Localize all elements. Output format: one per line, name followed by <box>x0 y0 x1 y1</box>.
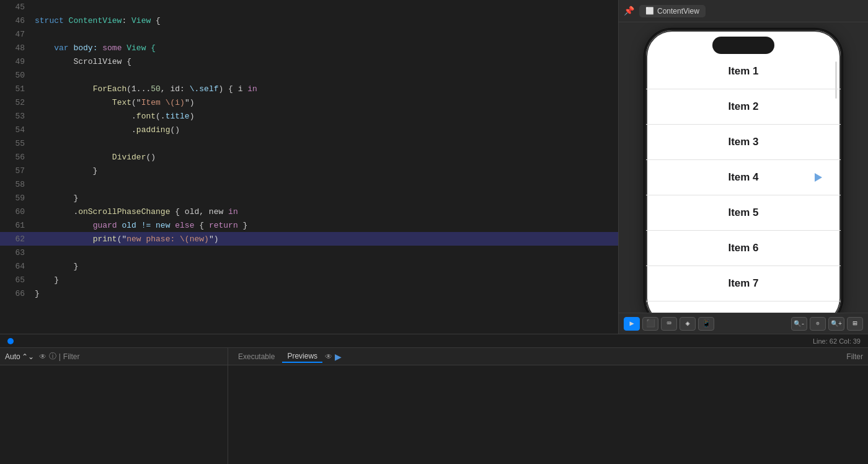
line-number: 64 <box>5 262 25 271</box>
code-line: 49 ScrollView { <box>0 55 618 68</box>
filter-section-right: Filter <box>846 352 863 361</box>
line-content: Divider() <box>35 153 156 162</box>
previews-tab[interactable]: Previews <box>282 350 322 363</box>
phone-content: Item 1Item 2Item 3Item 4Item 5Item 6Item… <box>646 54 841 313</box>
line-number: 62 <box>5 234 25 244</box>
device-button[interactable]: 📱 <box>698 317 714 331</box>
code-line: 61 guard old != new else { return } <box>0 218 618 232</box>
line-content: ScrollView { <box>35 57 131 66</box>
info-icon[interactable]: ⓘ <box>49 351 56 362</box>
preview-toolbar-left: ▶ ⬛ ⌨ ◈ 📱 <box>624 317 714 331</box>
eye-icon[interactable]: 👁 <box>39 352 46 361</box>
content-view-label: ContentView <box>657 7 699 16</box>
auto-selector[interactable]: Auto ⌃⌄ <box>5 352 34 361</box>
eye-icon-right[interactable]: 👁 <box>325 352 332 361</box>
code-line: 55 <box>0 136 618 150</box>
list-item: Item 4 <box>646 160 841 195</box>
code-line: 62 print("new phase: \(new)") <box>0 232 618 246</box>
line-content: struct ContentView: View { <box>35 16 161 25</box>
code-content: 4546struct ContentView: View {4748 var b… <box>0 0 618 334</box>
tab-section-right: Executable Previews 👁 ▶ <box>233 350 342 363</box>
code-lines: 4546struct ContentView: View {4748 var b… <box>0 0 618 300</box>
line-number: 61 <box>5 221 25 230</box>
line-number: 55 <box>5 139 25 148</box>
keyboard-button[interactable]: ⌨ <box>661 317 677 331</box>
list-item: Item 7 <box>646 266 841 301</box>
preview-panel: 📌 ⬜ ContentView Item 1Item 2Item 3Item 4… <box>619 0 868 334</box>
preview-toolbar-right: 🔍- ⊙ 🔍+ ⊞ <box>791 317 863 331</box>
line-number: 57 <box>5 166 25 176</box>
line-number: 54 <box>5 125 25 135</box>
line-number: 63 <box>5 248 25 257</box>
zoom-in-button[interactable]: 🔍+ <box>828 317 844 331</box>
line-number: 49 <box>5 57 25 66</box>
status-dot <box>7 338 14 344</box>
code-line: 59 } <box>0 191 618 205</box>
run-icon[interactable]: ▶ <box>335 352 342 362</box>
line-number: 48 <box>5 43 25 53</box>
inspect-button[interactable]: ◈ <box>680 317 696 331</box>
bottom-left-panel: Auto ⌃⌄ 👁 ⓘ | Filter <box>0 348 228 464</box>
main-area: 4546struct ContentView: View {4748 var b… <box>0 0 868 334</box>
code-line: 66} <box>0 287 618 300</box>
list-item-label: Item 7 <box>728 277 758 290</box>
list-item-label: Item 6 <box>728 242 758 254</box>
line-content: } <box>35 289 40 298</box>
line-number: 45 <box>5 2 25 12</box>
list-item: Item 1 <box>646 54 841 89</box>
filter-text-left: Filter <box>63 352 80 361</box>
code-line: 58 <box>0 177 618 191</box>
code-line: 53 .font(.title) <box>0 109 618 123</box>
phone-mockup: Item 1Item 2Item 3Item 4Item 5Item 6Item… <box>644 29 843 313</box>
status-left <box>7 338 14 344</box>
line-number: 53 <box>5 112 25 121</box>
code-line: 45 <box>0 0 618 14</box>
line-content: } <box>35 166 97 176</box>
zoom-fit-button[interactable]: ⊞ <box>847 317 863 331</box>
line-content: } <box>35 194 78 203</box>
line-number: 46 <box>5 16 25 25</box>
play-button[interactable]: ▶ <box>624 317 640 331</box>
preview-toolbar: 📌 ⬜ ContentView <box>619 0 868 22</box>
list-item-label: Item 4 <box>728 171 758 184</box>
list-item: Item 2 <box>646 89 841 125</box>
list-item-label: Item 1 <box>728 65 758 78</box>
code-line: 56 Divider() <box>0 150 618 164</box>
preview-toggle-button[interactable]: ⬛ <box>642 317 658 331</box>
line-number: 51 <box>5 84 25 94</box>
dynamic-island <box>712 37 774 54</box>
code-line: 48 var body: some View { <box>0 41 618 55</box>
status-position: Line: 62 Col: 39 <box>813 337 861 345</box>
line-content: } <box>35 262 78 271</box>
bottom-right-toolbar: Executable Previews 👁 ▶ Filter <box>228 348 868 365</box>
code-line: 63 <box>0 246 618 259</box>
list-item: Item 6 <box>646 231 841 266</box>
line-content: guard old != new else { return } <box>35 221 247 230</box>
pin-icon[interactable]: 📌 <box>624 6 634 16</box>
phone-container: Item 1Item 2Item 3Item 4Item 5Item 6Item… <box>619 22 868 313</box>
line-content: } <box>35 275 59 285</box>
line-number: 66 <box>5 289 25 298</box>
zoom-reset-button[interactable]: ⊙ <box>810 317 826 331</box>
list-item: Item 5 <box>646 195 841 231</box>
list-item: Item 3 <box>646 125 841 160</box>
line-content: .font(.title) <box>35 112 194 121</box>
bottom-left-toolbar: Auto ⌃⌄ 👁 ⓘ | Filter <box>0 348 228 365</box>
line-number: 47 <box>5 30 25 39</box>
code-line: 52 Text("Item \(i)") <box>0 96 618 109</box>
cursor-arrow <box>815 173 822 182</box>
list-item-label: Item 5 <box>728 207 758 219</box>
executable-tab[interactable]: Executable <box>233 351 280 362</box>
filter-label-left: | <box>59 352 61 361</box>
filter-text-right: Filter <box>846 352 863 361</box>
filter-section-left: 👁 ⓘ | Filter <box>39 351 80 362</box>
bottom-right-panel: Executable Previews 👁 ▶ Filter <box>228 348 868 464</box>
list-item-label: Item 2 <box>728 100 758 113</box>
code-line: 50 <box>0 68 618 82</box>
code-line: 51 ForEach(1...50, id: \.self) { i in <box>0 82 618 96</box>
zoom-out-button[interactable]: 🔍- <box>791 317 807 331</box>
content-view-tab[interactable]: ⬜ ContentView <box>639 5 706 17</box>
phone-list: Item 1Item 2Item 3Item 4Item 5Item 6Item… <box>646 54 841 313</box>
code-line: 46struct ContentView: View { <box>0 14 618 27</box>
view-icon: ⬜ <box>645 7 654 15</box>
